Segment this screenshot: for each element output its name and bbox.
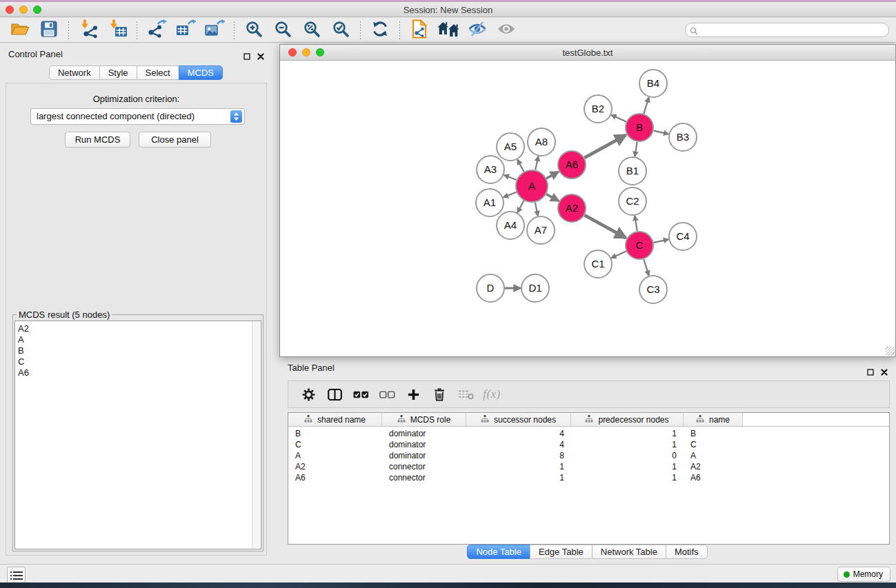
zoom-in-button[interactable]	[243, 20, 265, 41]
table-row[interactable]: Bdominator41B	[288, 428, 889, 439]
tab-edge-table[interactable]: Edge Table	[530, 545, 593, 559]
trash-icon	[434, 387, 446, 401]
float-table-panel-icon[interactable]	[867, 366, 874, 378]
graph-edge-A-A2[interactable]	[546, 194, 559, 201]
column-header-shared-name[interactable]: shared name	[288, 413, 382, 426]
search-icon	[690, 26, 698, 38]
graph-edge-B-B4[interactable]	[644, 97, 648, 114]
close-table-panel-icon[interactable]	[881, 366, 888, 378]
table-row[interactable]: Cdominator41C	[288, 439, 889, 450]
graph-edge-A-A6[interactable]	[546, 172, 559, 178]
search-input[interactable]	[685, 23, 889, 37]
table-row[interactable]: Adominator80A	[288, 450, 889, 461]
tab-network-table[interactable]: Network Table	[592, 545, 666, 559]
close-panel-button[interactable]: Close panel	[139, 132, 211, 148]
gear-button[interactable]	[297, 384, 319, 405]
export-image-button[interactable]	[203, 20, 226, 41]
add-icon	[407, 388, 419, 401]
edit-column-icon	[397, 415, 406, 425]
network-file-button[interactable]	[408, 20, 430, 41]
table-row[interactable]: A6connector11A6	[288, 472, 889, 483]
hide-details-button[interactable]	[466, 20, 488, 41]
refresh-button[interactable]	[369, 20, 391, 41]
toolbar-separator	[234, 21, 235, 39]
table-cell: dominator	[382, 451, 466, 460]
table-tabs: Node TableEdge TableNetwork TableMotifs	[279, 545, 896, 559]
select-all-button[interactable]	[350, 384, 372, 405]
export-network-button[interactable]	[146, 20, 168, 41]
zoom-fit-button[interactable]	[301, 20, 323, 41]
run-mcds-button[interactable]: Run MCDS	[65, 132, 130, 148]
graph-edge-B-B2[interactable]	[611, 115, 626, 122]
delete-table-icon	[458, 389, 474, 400]
tab-motifs[interactable]: Motifs	[666, 545, 708, 559]
table-row[interactable]: A2connector11A2	[288, 461, 889, 472]
graph-edge-C-C3[interactable]	[644, 259, 648, 276]
mcds-result-item[interactable]: A6	[18, 367, 261, 378]
trash-button[interactable]	[428, 384, 450, 405]
resize-grip[interactable]	[886, 347, 895, 356]
table-cell: A2	[288, 462, 382, 472]
mcds-result-box: MCDS result (5 nodes) A2ABCA6	[12, 314, 263, 551]
result-scrollbar[interactable]	[252, 321, 261, 549]
graph-edge-A2-C[interactable]	[584, 215, 626, 238]
mcds-result-item[interactable]: A	[18, 334, 261, 345]
graph-edge-A-A7[interactable]	[535, 203, 538, 216]
home-button[interactable]	[437, 20, 459, 41]
zoom-selected-button[interactable]	[330, 20, 352, 41]
deselect-all-button[interactable]	[376, 384, 398, 405]
graph-node-label: A5	[504, 141, 517, 152]
column-header-name[interactable]: name	[684, 413, 743, 426]
graph-edge-A-A8[interactable]	[535, 156, 538, 170]
tab-select[interactable]: Select	[137, 65, 179, 80]
network-view-window: testGlobe.txt B4B2BB3A5A8A6B1A3AC2A1A2A4…	[279, 44, 896, 357]
edit-column-icon	[481, 415, 489, 425]
criterion-dropdown[interactable]: largest connected component (directed)	[30, 108, 245, 125]
graph-edge-C-C4[interactable]	[654, 239, 669, 243]
network-window-title: testGlobe.txt	[280, 48, 895, 58]
mcds-result-item[interactable]: C	[18, 356, 261, 367]
save-icon	[41, 21, 57, 40]
graph-edge-A-A3[interactable]	[504, 175, 517, 180]
split-panel-button[interactable]	[323, 384, 346, 405]
table-cell: 1	[466, 462, 571, 472]
mcds-result-item[interactable]: B	[18, 345, 261, 356]
graph-edge-C-C1[interactable]	[611, 252, 626, 258]
float-panel-icon[interactable]	[243, 50, 250, 63]
graph-node-label: A3	[484, 163, 497, 175]
column-header-successor-nodes[interactable]: successor nodes	[466, 413, 571, 426]
save-button[interactable]	[38, 20, 60, 41]
mcds-result-item[interactable]: A2	[18, 323, 261, 334]
table-cell: 8	[466, 451, 571, 460]
import-network-icon	[78, 19, 99, 41]
graph-edge-A-A5[interactable]	[517, 160, 524, 172]
eye-disabled-button[interactable]	[495, 20, 517, 41]
table-cell: 1	[571, 440, 684, 449]
open-folder-button[interactable]	[9, 20, 31, 41]
tab-mcds[interactable]: MCDS	[179, 65, 223, 80]
tab-network[interactable]: Network	[49, 65, 100, 80]
network-canvas[interactable]: B4B2BB3A5A8A6B1A3AC2A1A2A4A7C4CC1C3DD1	[280, 61, 895, 356]
column-header-predecessor-nodes[interactable]: predecessor nodes	[571, 413, 684, 426]
tab-node-table[interactable]: Node Table	[467, 545, 530, 559]
column-header-MCDS-role[interactable]: MCDS role	[382, 413, 466, 426]
export-network-icon	[146, 19, 167, 41]
table-cell: dominator	[382, 429, 466, 438]
zoom-out-button[interactable]	[272, 20, 294, 41]
import-table-button[interactable]	[106, 20, 128, 41]
graph-edge-B-B3[interactable]	[654, 131, 669, 134]
graph-edge-A-A1[interactable]	[504, 192, 517, 198]
import-network-button[interactable]	[77, 20, 99, 41]
tab-style[interactable]: Style	[99, 65, 137, 80]
edit-column-icon	[304, 415, 312, 425]
add-button[interactable]	[402, 384, 424, 405]
graph-edge-A-A4[interactable]	[517, 201, 524, 212]
graph-node-label: A4	[504, 219, 517, 231]
graph-edge-A6-B[interactable]	[584, 135, 626, 158]
close-panel-icon[interactable]	[257, 50, 264, 63]
export-table-button[interactable]	[175, 20, 197, 41]
task-history-button[interactable]	[7, 567, 26, 584]
graph-edge-B-B1[interactable]	[635, 142, 637, 157]
graph-edge-C-C2[interactable]	[635, 216, 637, 232]
memory-button[interactable]: Memory	[837, 567, 890, 582]
